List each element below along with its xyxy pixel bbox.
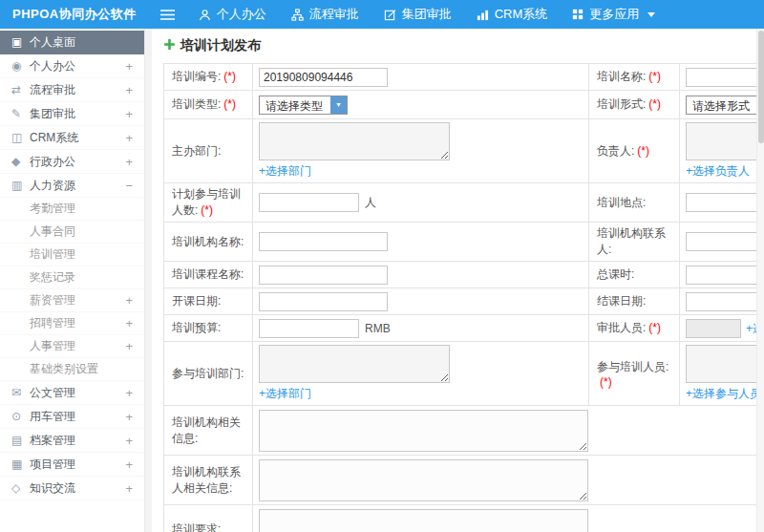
sidebar-item-personal-desktop[interactable]: ▣ 个人桌面 xyxy=(0,31,144,54)
expand-plus-icon[interactable]: + xyxy=(125,131,133,145)
expand-plus-icon[interactable]: + xyxy=(125,59,133,74)
required-marker: (*) xyxy=(201,203,213,217)
topbar: PHPOA协同办公软件 个人办公 流程审批 集团审批 CRM系统 更多应用 xyxy=(0,0,764,29)
edit-icon: ✎ xyxy=(11,107,30,120)
org-name-input[interactable] xyxy=(259,232,388,251)
location-input[interactable] xyxy=(686,193,764,212)
edit-icon xyxy=(384,9,396,21)
join-people-textarea[interactable] xyxy=(686,345,764,383)
sidebar-subitem-personnel[interactable]: 人事管理 + xyxy=(0,335,144,358)
apps-grid-icon xyxy=(572,9,584,20)
start-date-input[interactable] xyxy=(259,292,388,311)
select-dept-link[interactable]: +选择部门 xyxy=(259,386,311,402)
required-marker: (*) xyxy=(223,70,236,83)
scrollbar-thumb[interactable] xyxy=(758,31,764,143)
crm-icon: ◫ xyxy=(11,131,30,144)
join-dept-label: 参与培训部门: xyxy=(172,367,244,380)
crm-chart-icon xyxy=(477,9,489,21)
app-logo[interactable]: PHPOA协同办公软件 xyxy=(0,6,149,23)
required-marker: (*) xyxy=(648,97,661,111)
expand-plus-icon[interactable]: + xyxy=(125,410,133,424)
start-date-label: 开课日期: xyxy=(172,294,221,308)
leader-textarea[interactable] xyxy=(686,122,764,160)
select-value: 请选择类型 xyxy=(260,96,330,114)
host-dept-textarea[interactable] xyxy=(259,122,450,160)
approver-input[interactable] xyxy=(686,319,741,338)
join-dept-textarea[interactable] xyxy=(259,345,450,383)
select-leader-link[interactable]: +选择负责人 xyxy=(686,163,750,180)
car-icon: ⊙ xyxy=(11,410,30,423)
requirement-textarea[interactable] xyxy=(259,509,588,532)
nav-label: 更多应用 xyxy=(589,6,639,23)
sidebar-item-admin-office[interactable]: ◆ 行政办公 + xyxy=(0,150,144,174)
sidebar-subitem-salary[interactable]: 薪资管理 + xyxy=(0,289,144,312)
sidebar-subitem-hr-contract[interactable]: 人事合同 xyxy=(0,221,144,244)
sidebar-item-hr[interactable]: ▥ 人力资源 − xyxy=(0,174,144,198)
required-marker: (*) xyxy=(600,375,612,389)
select-dept-link[interactable]: +选择部门 xyxy=(259,163,311,180)
sidebar-subitem-attendance[interactable]: 考勤管理 xyxy=(0,198,144,221)
training-no-input[interactable] xyxy=(259,68,388,87)
expand-plus-icon[interactable]: + xyxy=(125,293,133,308)
collapse-minus-icon[interactable]: − xyxy=(125,179,133,193)
sidebar-item-personal-office[interactable]: ◉ 个人办公 + xyxy=(0,54,144,78)
expand-plus-icon[interactable]: + xyxy=(125,434,133,448)
chevron-down-icon xyxy=(647,12,655,17)
expand-plus-icon[interactable]: + xyxy=(125,386,133,400)
expand-plus-icon[interactable]: + xyxy=(125,339,133,353)
knowledge-icon: ◇ xyxy=(11,481,30,495)
expand-plus-icon[interactable]: + xyxy=(125,107,133,121)
sidebar-subitem-training[interactable]: 培训管理 xyxy=(0,244,144,266)
training-mode-select[interactable]: 请选择形式 ▼ xyxy=(686,96,764,115)
nav-label: 集团审批 xyxy=(402,6,452,23)
sidebar-subitem-recruitment[interactable]: 招聘管理 + xyxy=(0,312,144,335)
sidebar-item-archive[interactable]: ▤ 档案管理 + xyxy=(0,429,144,453)
total-hours-input[interactable] xyxy=(686,266,764,285)
sidebar-subitem-base-category[interactable]: 基础类别设置 xyxy=(0,358,144,381)
sidebar-item-group-approval[interactable]: ✎ 集团审批 + xyxy=(0,102,144,126)
menu-toggle-icon[interactable] xyxy=(149,0,186,29)
org-contact-label: 培训机构联系人: xyxy=(597,226,666,256)
training-name-label: 培训名称: xyxy=(597,70,646,83)
planned-count-input[interactable] xyxy=(259,193,359,212)
end-date-input[interactable] xyxy=(686,292,764,311)
desktop-icon: ▣ xyxy=(11,35,30,49)
mail-icon: ✉ xyxy=(11,386,30,399)
nav-process-approval[interactable]: 流程审批 xyxy=(279,0,371,29)
expand-plus-icon[interactable]: + xyxy=(125,316,133,330)
sidebar-subitem-rewards[interactable]: 奖惩记录 xyxy=(0,266,144,289)
sidebar-item-knowledge[interactable]: ◇ 知识交流 + xyxy=(0,477,144,500)
training-name-input[interactable] xyxy=(686,68,764,87)
expand-plus-icon[interactable]: + xyxy=(125,155,133,169)
org-name-label: 培训机构名称: xyxy=(172,235,244,248)
join-people-label: 参与培训人员: xyxy=(597,360,668,373)
sidebar-item-document[interactable]: ✉ 公文管理 + xyxy=(0,381,144,405)
course-name-input[interactable] xyxy=(259,266,388,285)
sidebar-item-process-approval[interactable]: ⇄ 流程审批 + xyxy=(0,78,144,102)
org-contact-info-textarea[interactable] xyxy=(259,459,588,501)
nav-group-approval[interactable]: 集团审批 xyxy=(371,0,464,29)
org-contact-info-label: 培训机构联系人相关信息: xyxy=(172,465,241,495)
vertical-scrollbar[interactable] xyxy=(756,29,764,532)
sidebar-item-vehicle[interactable]: ⊙ 用车管理 + xyxy=(0,405,144,429)
sidebar-item-project[interactable]: ▦ 项目管理 + xyxy=(0,453,144,477)
nav-more-apps[interactable]: 更多应用 xyxy=(560,0,668,29)
main-content: 培训计划发布 培训编号:(*) 培训名称:(*) 培训类型:(*) 请选择类型 … xyxy=(145,29,764,532)
sidebar-item-crm[interactable]: ◫ CRM系统 + xyxy=(0,126,144,150)
nav-label: 流程审批 xyxy=(309,6,359,23)
org-contact-input[interactable] xyxy=(686,232,764,251)
expand-plus-icon[interactable]: + xyxy=(125,458,133,472)
expand-plus-icon[interactable]: + xyxy=(125,481,133,496)
nav-label: 个人办公 xyxy=(217,6,266,23)
required-marker: (*) xyxy=(223,97,236,111)
nav-crm[interactable]: CRM系统 xyxy=(464,0,561,29)
training-plan-form: 培训编号:(*) 培训名称:(*) 培训类型:(*) 请选择类型 ▼ 培训形式:… xyxy=(163,63,764,532)
nav-personal-office[interactable]: 个人办公 xyxy=(186,0,279,29)
training-type-select[interactable]: 请选择类型 ▼ xyxy=(259,96,348,115)
select-join-people-link[interactable]: +选择参与人员 xyxy=(686,386,761,402)
unit-label: RMB xyxy=(365,322,391,335)
budget-input[interactable] xyxy=(259,319,359,338)
org-info-textarea[interactable] xyxy=(259,410,588,452)
nav-label: CRM系统 xyxy=(495,6,548,23)
expand-plus-icon[interactable]: + xyxy=(125,83,133,97)
